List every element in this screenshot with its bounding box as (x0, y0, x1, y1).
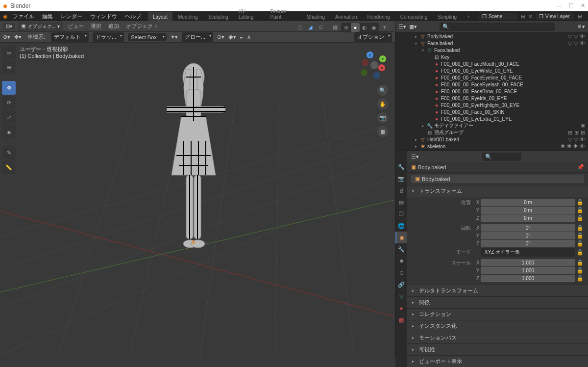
panel-header[interactable]: ▸関係 (407, 297, 588, 308)
3d-viewport[interactable]: ⊕ ユーザー・透視投影 (1) Collection | Body.baked … (0, 43, 395, 357)
outliner-search[interactable]: 🔍 (440, 23, 555, 31)
tree-row[interactable]: ▾▽Face.baked▽▽👁 (395, 40, 588, 47)
nav-gizmo[interactable]: X Y Z (361, 52, 388, 79)
tree-row[interactable]: ●F00_000_00_EyeWhite_00_EYE (395, 67, 588, 74)
object-menu[interactable]: オブジェクト (124, 23, 160, 30)
tab-modeling[interactable]: Modeling (173, 12, 203, 22)
menu-help[interactable]: ヘルプ (122, 12, 144, 21)
tree-row[interactable]: ▸▽Hair001.baked▽▽👁 (395, 136, 588, 143)
rot-z[interactable]: 0° (481, 240, 575, 247)
cursor-icon[interactable]: ⊕▾ (3, 34, 10, 40)
tree-row[interactable]: ⊞頂点グループ⊞⊞⊞ (395, 129, 588, 136)
lock-icon[interactable]: 🔓 (576, 260, 584, 266)
lock-icon[interactable]: 🔓 (576, 275, 584, 282)
select-menu[interactable]: 選択 (89, 23, 103, 30)
lock-icon[interactable]: 🔓 (576, 215, 584, 221)
tool-annotate[interactable]: ✎ (2, 146, 16, 159)
prop-type-icon[interactable]: ☰▾ (411, 154, 419, 160)
loc-z[interactable]: 0 m (481, 214, 575, 222)
pin-icon[interactable]: 📌 (577, 164, 584, 170)
outliner-type-icon[interactable]: ☰▾ (398, 24, 406, 30)
tree-row[interactable]: ●F00_000_00_EyeIris_00_EYE (395, 95, 588, 102)
tree-toggle[interactable]: ▸ (414, 137, 418, 142)
tree-row[interactable]: ●F00_000_00_FaceEyeline_00_FACE (395, 74, 588, 81)
lock-icon[interactable]: 🔓 (576, 225, 584, 231)
maximize-button[interactable]: ☐ (569, 2, 574, 9)
snap-icon[interactable]: ⊙▾ (217, 34, 224, 40)
tool-select[interactable]: ▭ (2, 46, 16, 59)
tab-uvediting[interactable]: UV Editing (234, 7, 265, 22)
ptab-particle[interactable]: ✱ (395, 255, 407, 267)
scale-z[interactable]: 1.000 (481, 275, 575, 282)
gizmo-neg-x[interactable] (362, 59, 368, 66)
tree-row[interactable]: ▾▽Face.baked (395, 47, 588, 53)
tree-toggle[interactable]: ▾ (414, 41, 418, 46)
add-menu[interactable]: 追加 (106, 23, 121, 30)
panel-transform-header[interactable]: ▾トランスフォーム (407, 185, 588, 197)
gizmo-toggle-icon[interactable]: ◢ (306, 23, 315, 31)
perspective-icon[interactable]: ▦ (377, 126, 388, 137)
shading-wireframe-icon[interactable]: ⊕ (342, 23, 350, 32)
drag-dd[interactable]: ドラッ... (93, 32, 124, 42)
tab-scripting[interactable]: Scripting (433, 12, 462, 22)
move-gizmo-icon[interactable]: ✥▾ (14, 34, 22, 40)
global-dd[interactable]: グロー... (182, 32, 213, 42)
shading-options-icon[interactable]: ▾ (380, 23, 389, 31)
scene-new-icon[interactable]: ✕ (528, 13, 533, 20)
tree-row[interactable]: ●F00_000_00_Face_00_SKIN (395, 108, 588, 115)
zoom-icon[interactable]: 🔍 (377, 85, 388, 96)
lock-icon[interactable]: 🔓 (576, 240, 584, 247)
viewlayer-selector[interactable]: ❒View Layer (536, 12, 575, 21)
tab-compositing[interactable]: Compositing (395, 12, 433, 22)
gizmo-x[interactable]: X (378, 64, 385, 71)
tree-row[interactable]: ●F00_000_00_EyeHighlight_00_EYE (395, 102, 588, 108)
panel-header[interactable]: ▸コレクション (407, 309, 588, 320)
overlay-toggle-icon[interactable]: ⊙ (316, 23, 325, 31)
ptab-object[interactable]: ▣ (395, 232, 407, 243)
visibility-icon[interactable]: 👁 (580, 33, 585, 40)
pan-icon[interactable]: ✋ (377, 99, 388, 109)
lock-icon[interactable]: 🔓 (576, 249, 584, 256)
filter-icon[interactable]: ⚟▾ (577, 24, 585, 30)
pivot-icon[interactable]: ✦▾ (171, 34, 178, 40)
visibility-icon[interactable]: 👁 (580, 143, 585, 150)
panel-header[interactable]: ▸モーションパス (407, 332, 588, 343)
minimize-button[interactable]: — (557, 2, 562, 9)
orient-dd[interactable]: デフォルト (51, 32, 89, 42)
tree-row[interactable]: ▸🔧モディファイアー✱ (395, 122, 588, 129)
panel-header[interactable]: ▸可視性 (407, 344, 588, 355)
close-button[interactable]: ✕ (581, 2, 585, 9)
ptab-output[interactable]: 🖨 (395, 184, 407, 196)
tool-cursor[interactable]: ⊕ (2, 60, 16, 74)
tree-row[interactable]: ●F00_000_00_FaceMouth_00_FACE (395, 60, 588, 67)
gizmo-neg-y[interactable] (361, 69, 368, 76)
blender-icon[interactable]: ◉ (3, 13, 8, 20)
tool-measure[interactable]: 📏 (2, 160, 16, 174)
scene-selector[interactable]: ❒Scene (479, 12, 518, 21)
gizmo-z[interactable]: Z (367, 52, 373, 58)
propedit-icon[interactable]: ◉▾ (228, 34, 236, 40)
scale-y[interactable]: 1.000 (481, 267, 575, 274)
panel-header[interactable]: ▸デルタトランスフォーム (407, 285, 588, 296)
interaction-mode-dd[interactable]: ▣ オブジェク... ▾ (18, 22, 63, 31)
menu-window[interactable]: ウィンドウ (87, 12, 120, 21)
ptab-material[interactable]: ● (395, 302, 407, 314)
lock-icon[interactable]: 🔓 (576, 267, 584, 274)
tree-row[interactable]: ▸✱skeleton✱✱✱👁 (395, 143, 588, 150)
tab-rendering[interactable]: Rendering (363, 12, 395, 22)
object-name-field[interactable]: ▣Body.baked (411, 175, 584, 183)
view-menu[interactable]: ビュー (66, 23, 86, 30)
menu-file[interactable]: ファイル (10, 12, 37, 21)
rot-mode[interactable]: XYZ オイラー角 (481, 248, 575, 257)
tree-toggle[interactable]: ▸ (414, 144, 418, 149)
options-dd[interactable]: オブション (354, 32, 392, 42)
shading-matprev-icon[interactable]: ◐ (360, 23, 369, 32)
tree-toggle[interactable]: ▸ (420, 124, 425, 128)
shading-rendered-icon[interactable]: ◉ (369, 23, 378, 32)
rot-x[interactable]: 0° (481, 224, 575, 232)
menu-edit[interactable]: 編集 (39, 12, 56, 21)
tab-layout[interactable]: Layout (148, 12, 172, 22)
gizmo-y[interactable]: Y (379, 55, 386, 62)
ptab-data[interactable]: ▽ (395, 290, 407, 302)
tab-animation[interactable]: Animation (330, 12, 362, 22)
